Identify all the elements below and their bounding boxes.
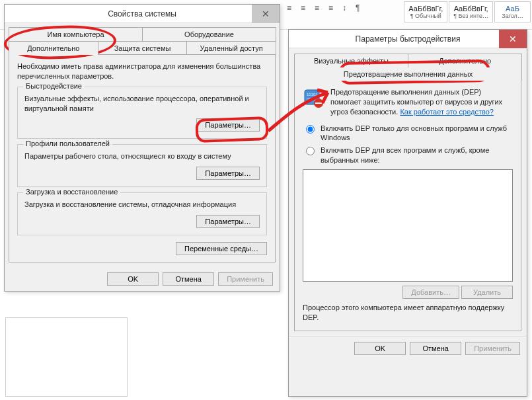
style-name: Загол…: [499, 13, 526, 19]
dialog-buttons: OK Отмена Применить: [5, 267, 280, 291]
dep-exception-list[interactable]: [303, 169, 513, 282]
tabs-row1: Визуальные эффекты Дополнительно: [294, 54, 521, 67]
dep-shield-icon: 10101 01010: [303, 87, 324, 108]
titlebar[interactable]: Параметры быстродействия ✕: [289, 30, 527, 48]
delete-button[interactable]: Удалить: [461, 286, 513, 299]
close-button[interactable]: ✕: [499, 30, 527, 48]
svg-text:10101: 10101: [307, 93, 318, 97]
titlebar[interactable]: Свойства системы ✕: [5, 5, 280, 23]
group-desc: Параметры рабочего стола, относящиеся ко…: [24, 151, 260, 161]
word-styles: АаБбВвГг, ¶ Обычный АаБбВвГг, ¶ Без инте…: [404, 1, 531, 22]
document-page: [5, 317, 128, 397]
group-user-profiles: Профили пользователей Параметры рабочего…: [17, 144, 267, 187]
style-normal[interactable]: АаБбВвГг, ¶ Обычный: [404, 1, 447, 22]
tab-visual-effects[interactable]: Визуальные эффекты: [294, 54, 408, 67]
startup-settings-button[interactable]: Параметры…: [196, 215, 260, 228]
tab-advanced[interactable]: Дополнительно: [408, 54, 522, 67]
tab-label: Предотвращение выполнения данных: [344, 70, 473, 78]
style-name: ¶ Без инте…: [453, 13, 488, 19]
tab-system-protection[interactable]: Защита системы: [98, 41, 188, 55]
radio-label: Включить DEP только для основных програм…: [321, 124, 513, 143]
tab-label: Удаленный доступ: [200, 44, 263, 52]
style-sample: АаБбВвГг,: [453, 5, 488, 13]
environment-variables-button[interactable]: Переменные среды…: [176, 242, 267, 255]
radio-input[interactable]: [306, 147, 315, 155]
tabs-row2: Предотвращение выполнения данных: [294, 67, 521, 81]
group-caption: Загрузка и восстановление: [23, 188, 120, 196]
tab-label: Защита системы: [114, 44, 171, 52]
tab-label: Дополнительно: [27, 44, 79, 52]
group-desc: Визуальные эффекты, использование процес…: [24, 94, 260, 114]
group-caption: Быстродействие: [23, 82, 85, 90]
tabs-row1: Имя компьютера Оборудование: [9, 27, 276, 41]
performance-settings-button[interactable]: Параметры…: [196, 118, 260, 132]
ok-button[interactable]: OK: [107, 272, 159, 286]
group-performance: Быстродействие Визуальные эффекты, испол…: [17, 87, 267, 140]
tab-label: Визуальные эффекты: [314, 57, 389, 65]
tab-panel-advanced: Необходимо иметь права администратора дл…: [9, 54, 276, 262]
intro-text: Необходимо иметь права администратора дл…: [17, 61, 267, 81]
style-nospacing[interactable]: АаБбВвГг, ¶ Без инте…: [449, 1, 493, 22]
radio-label: Включить DEP для всех программ и служб, …: [321, 145, 513, 165]
style-name: ¶ Обычный: [408, 13, 443, 19]
group-startup-recovery: Загрузка и восстановление Загрузка и вос…: [17, 192, 267, 235]
radio-input[interactable]: [306, 125, 315, 134]
system-properties-window: Свойства системы ✕ Имя компьютера Оборуд…: [4, 4, 280, 292]
tab-advanced[interactable]: Дополнительно: [9, 41, 98, 55]
cancel-button[interactable]: Отмена: [163, 272, 214, 286]
style-sample: АаБбВвГг,: [408, 5, 443, 13]
group-caption: Профили пользователей: [23, 140, 112, 147]
tab-computer-name[interactable]: Имя компьютера: [9, 27, 143, 41]
cancel-button[interactable]: Отмена: [410, 342, 461, 355]
dep-hw-note: Процессор этого компьютера имеет аппарат…: [303, 303, 513, 323]
style-heading[interactable]: АаБ Загол…: [494, 1, 531, 22]
group-desc: Загрузка и восстановление системы, отлад…: [24, 200, 260, 210]
paragraph-icons: ≡≡≡≡↕¶: [284, 2, 363, 14]
tab-dep[interactable]: Предотвращение выполнения данных: [294, 67, 522, 81]
apply-button[interactable]: Применить: [218, 272, 273, 286]
profiles-settings-button[interactable]: Параметры…: [196, 167, 260, 180]
apply-button[interactable]: Применить: [465, 342, 520, 355]
add-button[interactable]: Добавить…: [402, 286, 459, 299]
dep-description: Предотвращение выполнения данных (DEP) п…: [330, 87, 513, 117]
close-icon: ✕: [509, 34, 517, 44]
tab-label: Дополнительно: [439, 57, 491, 65]
window-title: Свойства системы: [108, 9, 176, 19]
window-title: Параметры быстродействия: [356, 34, 461, 44]
radio-dep-essential[interactable]: Включить DEP только для основных програм…: [303, 124, 513, 143]
style-sample: АаБ: [499, 5, 526, 13]
radio-dep-all[interactable]: Включить DEP для всех программ и служб, …: [303, 145, 513, 165]
tabs-row2: Дополнительно Защита системы Удаленный д…: [9, 41, 276, 55]
tab-label: Оборудование: [184, 30, 234, 38]
tab-label: Имя компьютера: [47, 30, 104, 38]
dialog-buttons: OK Отмена Применить: [289, 336, 527, 360]
dep-help-link[interactable]: Как работает это средство?: [400, 108, 494, 116]
close-button[interactable]: ✕: [252, 5, 280, 23]
dep-panel: 10101 01010 Предотвращение выполнения да…: [294, 80, 521, 331]
performance-options-window: Параметры быстродействия ✕ Визуальные эф…: [288, 29, 527, 397]
ok-button[interactable]: OK: [354, 342, 406, 355]
tab-hardware[interactable]: Оборудование: [142, 27, 276, 41]
close-icon: ✕: [262, 9, 270, 19]
tab-remote[interactable]: Удаленный доступ: [186, 41, 276, 55]
svg-rect-4: [315, 102, 322, 104]
